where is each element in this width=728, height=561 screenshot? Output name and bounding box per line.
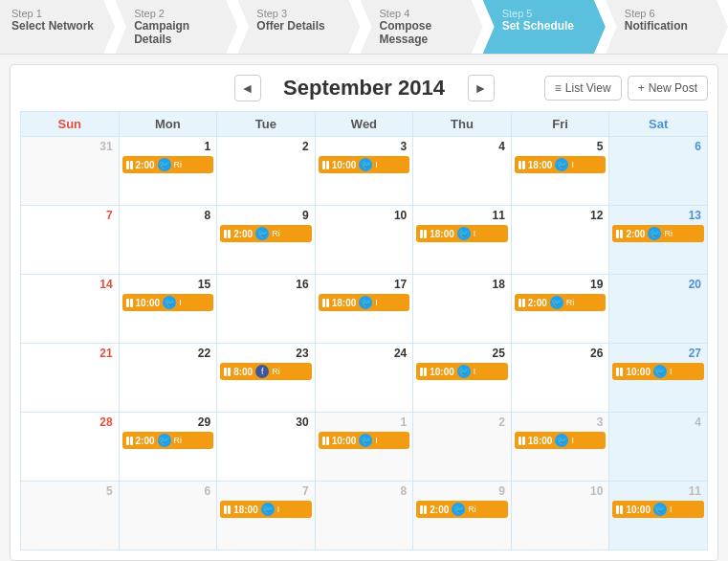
pause-icon bbox=[322, 161, 329, 169]
twitter-icon: 🐦 bbox=[359, 434, 372, 447]
new-post-button[interactable]: + New Post bbox=[628, 76, 708, 101]
event-pill[interactable]: 2:00 🐦 Ri bbox=[220, 225, 312, 242]
list-view-label: List View bbox=[565, 81, 611, 95]
day-cell-oct9[interactable]: 9 2:00 🐦 Ri bbox=[413, 482, 512, 550]
next-month-button[interactable]: ► bbox=[468, 75, 495, 101]
header-mon: Mon bbox=[119, 112, 217, 137]
event-pill[interactable]: 2:00 🐦 Ri bbox=[612, 225, 704, 242]
event-pill[interactable]: 18:00 🐦 I bbox=[319, 294, 410, 311]
table-row: 7 8 9 2:00 🐦 Ri 10 bbox=[21, 206, 708, 275]
day-cell-sep11[interactable]: 11 18:00 🐦 I bbox=[413, 206, 512, 275]
calendar-actions: ≡ List View + New Post bbox=[544, 76, 708, 101]
day-cell-oct3[interactable]: 3 18:00 🐦 I bbox=[511, 413, 609, 482]
event-pill[interactable]: 10:00 🐦 I bbox=[612, 501, 704, 518]
day-cell-sep15[interactable]: 15 10:00 🐦 I bbox=[119, 275, 217, 344]
wizard-steps: Step 1 Select Network Step 2 Campaign De… bbox=[0, 0, 728, 55]
twitter-icon: 🐦 bbox=[653, 365, 667, 378]
day-cell-sep16[interactable]: 16 bbox=[217, 275, 316, 344]
day-cell-oct2[interactable]: 2 bbox=[413, 413, 512, 482]
event-pill[interactable]: 8:00 f Ri bbox=[220, 363, 312, 380]
twitter-icon: 🐦 bbox=[648, 227, 661, 240]
event-pill[interactable]: 18:00 🐦 I bbox=[220, 501, 312, 518]
day-cell-sep18[interactable]: 18 bbox=[413, 275, 512, 344]
pause-icon bbox=[616, 368, 623, 376]
step-3-label: Offer Details bbox=[256, 19, 348, 33]
day-cell-sep7[interactable]: 7 bbox=[21, 206, 120, 275]
pause-icon bbox=[420, 505, 427, 514]
twitter-icon: 🐦 bbox=[550, 296, 563, 309]
event-pill[interactable]: 2:00 🐦 Ri bbox=[416, 501, 508, 518]
step-2[interactable]: Step 2 Campaign Details bbox=[115, 0, 237, 54]
list-icon: ≡ bbox=[555, 81, 562, 95]
step-4[interactable]: Step 4 Compose Message bbox=[361, 0, 483, 54]
day-cell-oct11[interactable]: 11 10:00 🐦 I bbox=[609, 482, 708, 550]
step-6-num: Step 6 bbox=[625, 8, 717, 19]
twitter-icon: 🐦 bbox=[158, 434, 171, 447]
pause-icon bbox=[126, 161, 133, 169]
day-cell-oct7[interactable]: 7 18:00 🐦 I bbox=[217, 482, 316, 550]
day-cell-sep24[interactable]: 24 bbox=[315, 344, 413, 413]
day-cell-sep22[interactable]: 22 bbox=[119, 344, 217, 413]
day-cell-sep21[interactable]: 21 bbox=[21, 344, 120, 413]
step-4-num: Step 4 bbox=[380, 8, 472, 19]
day-cell-sep19[interactable]: 19 2:00 🐦 Ri bbox=[511, 275, 609, 344]
prev-month-button[interactable]: ◄ bbox=[234, 75, 261, 101]
step-4-label: Compose Message bbox=[380, 19, 472, 46]
event-pill[interactable]: 2:00 🐦 Ri bbox=[515, 294, 607, 311]
list-view-button[interactable]: ≡ List View bbox=[544, 76, 622, 101]
event-pill[interactable]: 18:00 🐦 I bbox=[515, 156, 607, 173]
day-cell-sep25[interactable]: 25 10:00 🐦 I bbox=[413, 344, 512, 413]
day-cell-sep6[interactable]: 6 bbox=[609, 137, 708, 206]
day-cell-sep10[interactable]: 10 bbox=[315, 206, 413, 275]
step-1[interactable]: Step 1 Select Network bbox=[0, 0, 115, 54]
day-cell-sep28[interactable]: 28 bbox=[21, 413, 120, 482]
day-cell-sep29[interactable]: 29 2:00 🐦 Ri bbox=[119, 413, 217, 482]
day-cell-sep5[interactable]: 5 18:00 🐦 I bbox=[511, 137, 609, 206]
event-pill[interactable]: 18:00 🐦 I bbox=[416, 225, 508, 242]
twitter-icon: 🐦 bbox=[555, 158, 568, 171]
header-thu: Thu bbox=[413, 112, 512, 137]
day-cell-oct8[interactable]: 8 bbox=[315, 482, 413, 550]
day-cell-oct1[interactable]: 1 10:00 🐦 I bbox=[315, 413, 413, 482]
day-cell-sep1[interactable]: 1 2:00 🐦 Ri bbox=[119, 137, 217, 206]
event-pill[interactable]: 10:00 🐦 I bbox=[416, 363, 508, 380]
day-cell-sep26[interactable]: 26 bbox=[511, 344, 609, 413]
event-pill[interactable]: 10:00 🐦 I bbox=[319, 156, 410, 173]
step-3[interactable]: Step 3 Offer Details bbox=[237, 0, 360, 54]
event-pill[interactable]: 10:00 🐦 I bbox=[319, 432, 410, 449]
calendar-container: ◄ September 2014 ► ≡ List View + New Pos… bbox=[10, 64, 718, 561]
day-cell-sep4[interactable]: 4 bbox=[413, 137, 512, 206]
header-tue: Tue bbox=[217, 112, 316, 137]
day-cell-sep8[interactable]: 8 bbox=[119, 206, 217, 275]
table-row: 28 29 2:00 🐦 Ri 30 1 bbox=[21, 413, 708, 482]
pause-icon bbox=[322, 299, 329, 307]
day-cell-sep23[interactable]: 23 8:00 f Ri bbox=[217, 344, 316, 413]
day-cell-sep3[interactable]: 3 10:00 🐦 I bbox=[315, 137, 413, 206]
day-cell-sep14[interactable]: 14 bbox=[21, 275, 120, 344]
calendar-title: September 2014 bbox=[269, 76, 460, 101]
pause-icon bbox=[518, 299, 525, 307]
event-pill[interactable]: 10:00 🐦 I bbox=[612, 363, 704, 380]
day-cell-sep13[interactable]: 13 2:00 🐦 Ri bbox=[609, 206, 708, 275]
day-cell-aug31[interactable]: 31 bbox=[21, 137, 120, 206]
day-cell-sep9[interactable]: 9 2:00 🐦 Ri bbox=[217, 206, 316, 275]
day-cell-sep27[interactable]: 27 10:00 🐦 I bbox=[609, 344, 708, 413]
event-pill[interactable]: 2:00 🐦 Ri bbox=[122, 156, 214, 173]
day-cell-oct6[interactable]: 6 bbox=[119, 482, 217, 550]
event-pill[interactable]: 18:00 🐦 I bbox=[515, 432, 607, 449]
day-cell-sep17[interactable]: 17 18:00 🐦 I bbox=[315, 275, 413, 344]
step-6[interactable]: Step 6 Notification bbox=[606, 0, 728, 54]
event-pill[interactable]: 10:00 🐦 I bbox=[122, 294, 214, 311]
day-cell-oct4[interactable]: 4 bbox=[609, 413, 708, 482]
event-pill[interactable]: 2:00 🐦 Ri bbox=[122, 432, 214, 449]
day-cell-sep2[interactable]: 2 bbox=[217, 137, 316, 206]
step-6-label: Notification bbox=[625, 19, 717, 33]
step-5[interactable]: Step 5 Set Schedule bbox=[483, 0, 606, 54]
day-cell-sep30[interactable]: 30 bbox=[217, 413, 316, 482]
day-cell-sep12[interactable]: 12 bbox=[511, 206, 609, 275]
pause-icon bbox=[126, 437, 133, 445]
day-cell-oct10[interactable]: 10 bbox=[511, 482, 609, 550]
pause-icon bbox=[420, 368, 427, 376]
day-cell-oct5[interactable]: 5 bbox=[21, 482, 120, 550]
day-cell-sep20[interactable]: 20 bbox=[609, 275, 708, 344]
